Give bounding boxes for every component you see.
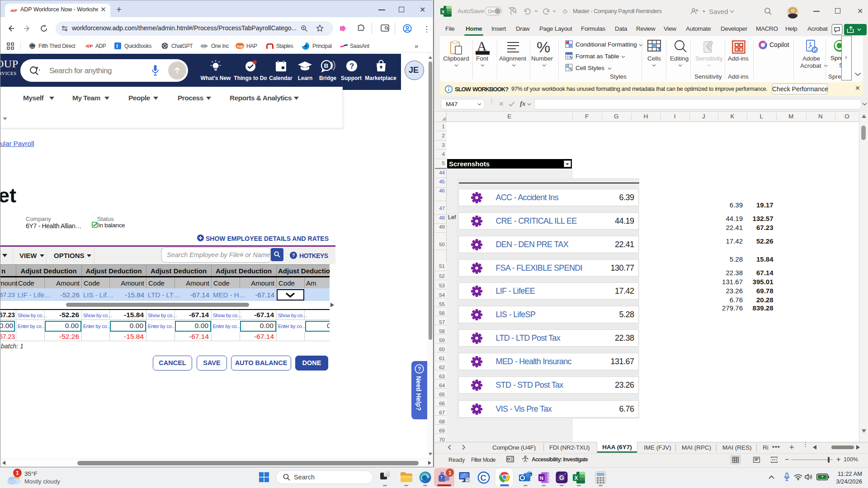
svg-text:B: B [324, 62, 329, 69]
svg-text:T: T [440, 475, 443, 479]
svg-text:?: ? [349, 62, 354, 70]
svg-text:C: C [481, 474, 486, 483]
svg-text:x: x [442, 9, 445, 14]
svg-text:N: N [540, 475, 543, 481]
svg-text:X: X [575, 475, 578, 481]
svg-text:G: G [559, 474, 564, 481]
svg-text:ADP: ADP [85, 44, 93, 48]
svg-text:?: ? [292, 253, 295, 258]
svg-text:ADP: ADP [10, 9, 18, 13]
svg-text:?: ? [418, 366, 421, 372]
